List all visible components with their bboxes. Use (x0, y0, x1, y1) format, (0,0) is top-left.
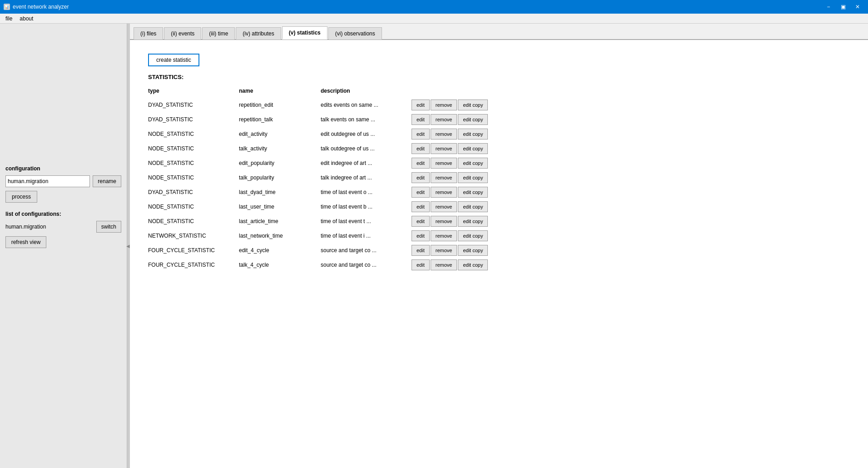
edit-button[interactable]: edit (412, 216, 430, 227)
cell-description: source and target co ... (321, 258, 412, 272)
remove-button[interactable]: remove (431, 187, 457, 198)
refresh-view-button[interactable]: refresh view (5, 236, 46, 248)
sidebar: configuration rename process list of con… (0, 24, 127, 468)
edit-button[interactable]: edit (412, 230, 430, 241)
remove-button[interactable]: remove (431, 100, 457, 110)
table-row: DYAD_STATISTIClast_dyad_timetime of last… (148, 185, 850, 199)
maximize-button[interactable]: ▣ (836, 2, 850, 11)
col-header-type: type (148, 86, 239, 98)
edit-copy-button[interactable]: edit copy (458, 129, 488, 139)
menu-file[interactable]: file (2, 15, 16, 23)
cell-actions: editremoveedit copy (412, 229, 850, 243)
edit-button[interactable]: edit (412, 129, 430, 139)
edit-copy-button[interactable]: edit copy (458, 216, 488, 227)
config-input[interactable] (5, 175, 90, 187)
table-row: NETWORK_STATISTIClast_network_timetime o… (148, 229, 850, 243)
cell-name: repetition_talk (239, 112, 321, 127)
content-area: create statistic STATISTICS: type name d… (130, 40, 868, 468)
close-button[interactable]: ✕ (851, 2, 864, 11)
minimize-button[interactable]: − (822, 2, 835, 11)
resize-handle[interactable] (127, 24, 130, 468)
title-bar-controls: − ▣ ✕ (822, 2, 864, 11)
edit-copy-button[interactable]: edit copy (458, 245, 488, 256)
remove-button[interactable]: remove (431, 201, 457, 212)
remove-button[interactable]: remove (431, 114, 457, 125)
remove-button[interactable]: remove (431, 216, 457, 227)
table-row: NODE_STATISTICedit_popularityedit indegr… (148, 156, 850, 170)
tab-files[interactable]: (i) files (134, 27, 163, 40)
remove-button[interactable]: remove (431, 158, 457, 169)
menu-bar: file about (0, 14, 868, 24)
remove-button[interactable]: remove (431, 172, 457, 183)
create-statistic-button[interactable]: create statistic (148, 54, 199, 66)
table-row: DYAD_STATISTICrepetition_talktalk events… (148, 112, 850, 127)
list-of-configurations-label: list of configurations: (5, 211, 121, 217)
cell-actions: editremoveedit copy (412, 127, 850, 141)
menu-about[interactable]: about (16, 15, 37, 23)
tabs-bar: (i) files (ii) events (iii) time (iv) at… (130, 24, 868, 40)
remove-button[interactable]: remove (431, 245, 457, 256)
table-row: NODE_STATISTIClast_article_timetime of l… (148, 214, 850, 229)
cell-type: NODE_STATISTIC (148, 214, 239, 229)
app-title: event network analyzer (13, 4, 69, 10)
edit-button[interactable]: edit (412, 143, 430, 154)
rename-button[interactable]: rename (93, 175, 121, 187)
cell-name: last_network_time (239, 229, 321, 243)
edit-copy-button[interactable]: edit copy (458, 230, 488, 241)
process-row: process (5, 191, 121, 203)
cell-type: NETWORK_STATISTIC (148, 229, 239, 243)
remove-button[interactable]: remove (431, 129, 457, 139)
cell-description: time of last event b ... (321, 199, 412, 214)
cell-description: edits events on same ... (321, 98, 412, 112)
switch-button[interactable]: switch (96, 221, 121, 233)
edit-copy-button[interactable]: edit copy (458, 172, 488, 183)
cell-description: source and target co ... (321, 243, 412, 258)
cell-actions: editremoveedit copy (412, 112, 850, 127)
table-row: NODE_STATISTICedit_activityedit outdegre… (148, 127, 850, 141)
cell-actions: editremoveedit copy (412, 156, 850, 170)
col-header-name: name (239, 86, 321, 98)
statistics-table: type name description DYAD_STATISTICrepe… (148, 86, 850, 272)
cell-actions: editremoveedit copy (412, 98, 850, 112)
edit-button[interactable]: edit (412, 172, 430, 183)
table-row: FOUR_CYCLE_STATISTICedit_4_cyclesource a… (148, 243, 850, 258)
remove-button[interactable]: remove (431, 259, 457, 270)
cell-type: NODE_STATISTIC (148, 199, 239, 214)
cell-description: edit outdegree of us ... (321, 127, 412, 141)
tab-time[interactable]: (iii) time (202, 27, 235, 40)
app-body: configuration rename process list of con… (0, 24, 868, 468)
edit-copy-button[interactable]: edit copy (458, 187, 488, 198)
tab-events[interactable]: (ii) events (164, 27, 201, 40)
edit-copy-button[interactable]: edit copy (458, 201, 488, 212)
table-row: FOUR_CYCLE_STATISTICtalk_4_cyclesource a… (148, 258, 850, 272)
edit-button[interactable]: edit (412, 114, 430, 125)
edit-copy-button[interactable]: edit copy (458, 259, 488, 270)
cell-name: last_article_time (239, 214, 321, 229)
cell-type: DYAD_STATISTIC (148, 185, 239, 199)
edit-button[interactable]: edit (412, 158, 430, 169)
cell-description: time of last event i ... (321, 229, 412, 243)
edit-copy-button[interactable]: edit copy (458, 143, 488, 154)
edit-button[interactable]: edit (412, 201, 430, 212)
edit-button[interactable]: edit (412, 100, 430, 110)
cell-type: NODE_STATISTIC (148, 141, 239, 156)
process-button[interactable]: process (5, 191, 37, 203)
remove-button[interactable]: remove (431, 143, 457, 154)
cell-actions: editremoveedit copy (412, 214, 850, 229)
cell-name: talk_popularity (239, 170, 321, 185)
edit-copy-button[interactable]: edit copy (458, 100, 488, 110)
cell-type: FOUR_CYCLE_STATISTIC (148, 258, 239, 272)
col-header-description: description (321, 86, 412, 98)
cell-name: edit_4_cycle (239, 243, 321, 258)
edit-button[interactable]: edit (412, 245, 430, 256)
cell-name: edit_popularity (239, 156, 321, 170)
remove-button[interactable]: remove (431, 230, 457, 241)
tab-attributes[interactable]: (iv) attributes (236, 27, 281, 40)
edit-button[interactable]: edit (412, 187, 430, 198)
tab-statistics[interactable]: (v) statistics (282, 26, 327, 40)
edit-button[interactable]: edit (412, 259, 430, 270)
edit-copy-button[interactable]: edit copy (458, 158, 488, 169)
cell-type: NODE_STATISTIC (148, 170, 239, 185)
edit-copy-button[interactable]: edit copy (458, 114, 488, 125)
tab-observations[interactable]: (vi) observations (328, 27, 382, 40)
